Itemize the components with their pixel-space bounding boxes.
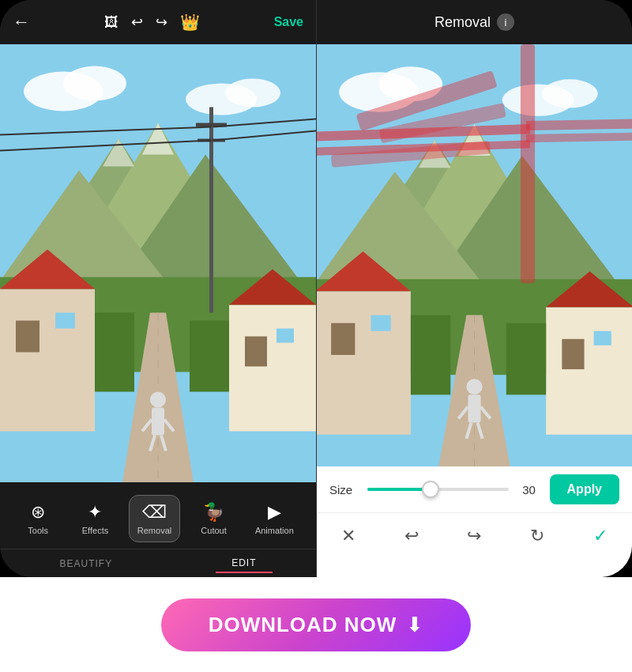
left-header: ← 🖼 ↩ ↪ 👑 Save: [0, 0, 316, 44]
download-container: DOWNLOAD NOW ⬇: [0, 577, 632, 672]
slider-thumb[interactable]: [422, 481, 439, 498]
svg-rect-52: [371, 315, 391, 331]
bottom-tabs: BEAUTIFY EDIT: [0, 549, 316, 577]
animation-icon: ▶: [268, 502, 281, 523]
size-slider[interactable]: [367, 488, 509, 491]
removal-label: Removal: [137, 526, 171, 535]
phones-container: ← 🖼 ↩ ↪ 👑 Save: [0, 0, 632, 577]
tools-icon: ⊛: [31, 502, 45, 523]
right-header: Removal i: [317, 0, 632, 44]
effects-label: Effects: [82, 526, 108, 535]
svg-rect-19: [276, 329, 294, 343]
crown-icon: 👑: [180, 13, 200, 32]
tool-animation[interactable]: ▶ Animation: [247, 496, 302, 542]
size-label: Size: [329, 483, 358, 496]
svg-rect-62: [468, 395, 480, 422]
svg-point-4: [225, 79, 280, 108]
download-button[interactable]: DOWNLOAD NOW ⬇: [161, 598, 472, 651]
info-icon[interactable]: i: [497, 13, 514, 31]
bottom-controls: Size 30 Apply ✕ ↩ ↪ ↻ ✓: [317, 466, 632, 577]
apply-button[interactable]: Apply: [550, 474, 619, 504]
photo-left: [0, 44, 316, 482]
svg-rect-12: [0, 289, 95, 432]
cutout-label: Cutout: [201, 526, 226, 535]
tool-effects[interactable]: ✦ Effects: [71, 496, 118, 542]
animation-label: Animation: [255, 526, 294, 535]
tool-tools[interactable]: ⊛ Tools: [14, 496, 62, 542]
undo-action-icon[interactable]: ↩: [404, 526, 419, 546]
image-icon: 🖼: [104, 14, 118, 31]
tool-removal[interactable]: ⌫ Removal: [129, 495, 180, 542]
svg-point-41: [542, 79, 598, 108]
cutout-icon: 🦆: [203, 502, 224, 523]
svg-rect-60: [506, 323, 546, 395]
removal-icon: ⌫: [142, 502, 167, 523]
header-icons: 🖼 ↩ ↪ 👑: [104, 13, 200, 32]
svg-rect-56: [594, 331, 611, 345]
phone-left: ← 🖼 ↩ ↪ 👑 Save: [0, 0, 316, 577]
undo-icon[interactable]: ↩: [131, 13, 143, 31]
effects-icon: ✦: [88, 502, 102, 523]
download-text: DOWNLOAD NOW: [209, 613, 397, 637]
svg-point-61: [466, 379, 482, 395]
svg-rect-23: [190, 321, 229, 392]
svg-rect-67: [521, 44, 535, 283]
svg-rect-70: [526, 119, 632, 130]
tab-edit[interactable]: EDIT: [216, 554, 272, 573]
close-action-icon[interactable]: ✕: [341, 526, 356, 546]
reset-action-icon[interactable]: ↻: [530, 526, 544, 546]
download-icon: ⬇: [406, 613, 423, 637]
svg-rect-59: [411, 315, 450, 395]
tools-label: Tools: [28, 526, 48, 535]
size-value: 30: [518, 483, 540, 496]
tab-beautify[interactable]: BEAUTIFY: [43, 555, 128, 572]
confirm-action-icon[interactable]: ✓: [593, 526, 608, 546]
toolbar-left: ⊛ Tools ✦ Effects ⌫ Removal 🦆 Cutout ▶: [0, 482, 316, 577]
save-button[interactable]: Save: [274, 15, 303, 29]
svg-rect-51: [331, 323, 355, 355]
redo-action-icon[interactable]: ↪: [467, 526, 481, 546]
removal-title: Removal: [434, 14, 491, 31]
svg-point-31: [150, 392, 166, 408]
slider-fill: [367, 488, 431, 491]
phone-right: Removal i: [316, 0, 632, 577]
action-row: ✕ ↩ ↪ ↻ ✓: [317, 512, 632, 558]
svg-rect-49: [317, 291, 411, 434]
svg-rect-24: [209, 108, 213, 313]
right-scene-svg: [317, 44, 632, 466]
svg-point-2: [63, 66, 126, 101]
svg-rect-55: [562, 339, 584, 369]
svg-rect-53: [546, 307, 632, 434]
photo-right: [317, 44, 632, 466]
tool-cutout[interactable]: 🦆 Cutout: [190, 496, 238, 542]
left-scene-svg: [0, 44, 316, 482]
back-button[interactable]: ←: [13, 12, 30, 32]
svg-rect-14: [16, 321, 40, 353]
svg-rect-15: [55, 313, 75, 329]
tool-icons-row: ⊛ Tools ✦ Effects ⌫ Removal 🦆 Cutout ▶: [0, 482, 316, 549]
svg-rect-16: [229, 305, 316, 432]
svg-rect-22: [95, 313, 134, 392]
size-row: Size 30 Apply: [317, 466, 632, 512]
svg-rect-32: [152, 408, 164, 436]
svg-rect-18: [245, 337, 267, 367]
redo-icon[interactable]: ↪: [156, 13, 167, 31]
